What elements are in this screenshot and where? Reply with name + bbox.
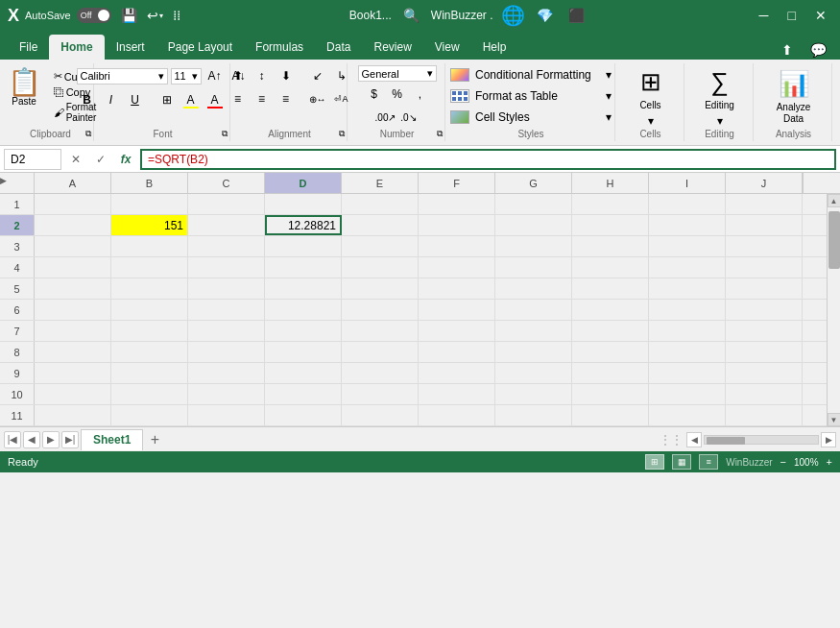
corner-cell[interactable]: ▶ [0, 173, 35, 193]
cell-h2[interactable] [572, 215, 649, 235]
cell-a2[interactable] [35, 215, 111, 235]
underline-button[interactable]: U [125, 89, 146, 110]
cell-f2[interactable] [419, 215, 495, 235]
cell-e11[interactable] [342, 405, 419, 425]
cell-e8[interactable] [342, 342, 419, 362]
col-header-c[interactable]: C [188, 173, 265, 193]
cell-d9[interactable] [265, 363, 342, 383]
cell-e9[interactable] [342, 363, 419, 383]
cell-g2[interactable] [495, 215, 572, 235]
tab-home[interactable]: Home [49, 35, 104, 60]
align-right-button[interactable]: ≡ [276, 88, 297, 109]
cell-i8[interactable] [649, 342, 726, 362]
cell-h7[interactable] [572, 321, 649, 341]
cell-j3[interactable] [726, 236, 803, 256]
align-left-button[interactable]: ≡ [228, 88, 249, 109]
cell-b5[interactable] [111, 278, 188, 299]
cell-f7[interactable] [419, 321, 495, 341]
col-header-g[interactable]: G [495, 173, 572, 193]
percent-button[interactable]: $ [364, 84, 385, 105]
cell-g3[interactable] [495, 236, 572, 256]
cell-i2[interactable] [649, 215, 726, 235]
insert-function-button[interactable]: fx [115, 149, 136, 170]
cell-i4[interactable] [649, 257, 726, 278]
font-expand-icon[interactable]: ⧉ [222, 129, 228, 139]
cell-a5[interactable] [35, 278, 111, 299]
cell-c8[interactable] [188, 342, 265, 362]
cell-i11[interactable] [649, 405, 726, 425]
sheet-nav-next[interactable]: ▶ [42, 431, 60, 448]
cell-b11[interactable] [111, 405, 188, 425]
cell-d2[interactable]: 12.28821 [265, 215, 342, 235]
cell-g6[interactable] [495, 300, 572, 320]
cell-f1[interactable] [419, 194, 495, 214]
row-num-10[interactable]: 10 [0, 384, 35, 404]
minimize-button[interactable]: ─ [754, 6, 775, 25]
cell-e7[interactable] [342, 321, 419, 341]
tab-formulas[interactable]: Formulas [244, 35, 315, 60]
cell-a1[interactable] [35, 194, 111, 214]
cell-h9[interactable] [572, 363, 649, 383]
cell-d5[interactable] [265, 278, 342, 299]
row-num-11[interactable]: 11 [0, 405, 35, 425]
fill-color-button[interactable]: A [180, 89, 202, 110]
cell-b4[interactable] [111, 257, 188, 278]
cell-f3[interactable] [419, 236, 495, 256]
cell-c7[interactable] [188, 321, 265, 341]
cell-c2[interactable] [188, 215, 265, 235]
row-num-2[interactable]: 2 [0, 215, 35, 235]
h-scroll-track[interactable] [704, 435, 819, 445]
normal-view-button[interactable]: ⊞ [645, 454, 664, 470]
cell-d3[interactable] [265, 236, 342, 256]
ribbon-collapse-button[interactable]: ▲ [834, 63, 840, 141]
tab-insert[interactable]: Insert [105, 35, 156, 60]
h-scroll-left[interactable]: ◀ [686, 432, 702, 447]
cell-g9[interactable] [495, 363, 572, 383]
h-scroll-thumb[interactable] [707, 437, 745, 445]
cell-e4[interactable] [342, 257, 419, 278]
cell-i6[interactable] [649, 300, 726, 320]
tab-view[interactable]: View [423, 35, 471, 60]
cell-f11[interactable] [419, 405, 495, 425]
alignment-expand-icon[interactable]: ⧉ [339, 129, 345, 139]
cell-a10[interactable] [35, 384, 111, 404]
row-num-5[interactable]: 5 [0, 278, 35, 299]
align-top-button[interactable]: ⬆ [228, 65, 249, 86]
cell-j2[interactable] [726, 215, 803, 235]
bold-button[interactable]: B [77, 89, 98, 110]
zoom-plus-button[interactable]: + [827, 456, 832, 468]
autosave-toggle[interactable]: Off [77, 8, 111, 23]
col-header-f[interactable]: F [419, 173, 495, 193]
row-num-9[interactable]: 9 [0, 363, 35, 383]
cell-c11[interactable] [188, 405, 265, 425]
cell-j8[interactable] [726, 342, 803, 362]
cell-c4[interactable] [188, 257, 265, 278]
cell-a7[interactable] [35, 321, 111, 341]
scroll-down-button[interactable]: ▼ [828, 413, 841, 426]
format-as-table-button[interactable]: Format as Table ▾ [444, 86, 617, 106]
cell-i3[interactable] [649, 236, 726, 256]
col-header-d[interactable]: D [265, 173, 342, 193]
add-sheet-button[interactable]: + [145, 430, 164, 449]
zoom-minus-button[interactable]: − [780, 456, 786, 468]
cell-j1[interactable] [726, 194, 803, 214]
cell-b3[interactable] [111, 236, 188, 256]
cell-d8[interactable] [265, 342, 342, 362]
cell-e10[interactable] [342, 384, 419, 404]
cell-g8[interactable] [495, 342, 572, 362]
cell-a8[interactable] [35, 342, 111, 362]
cell-j6[interactable] [726, 300, 803, 320]
cell-b8[interactable] [111, 342, 188, 362]
font-size-select[interactable]: 11 ▾ [171, 68, 202, 85]
cell-j5[interactable] [726, 278, 803, 299]
scroll-thumb-v[interactable] [828, 211, 840, 269]
cell-i1[interactable] [649, 194, 726, 214]
thousands-button[interactable]: , [410, 84, 431, 105]
scroll-up-button[interactable]: ▲ [828, 194, 841, 207]
sheet-nav-first[interactable]: |◀ [4, 431, 21, 448]
page-break-view-button[interactable]: ≡ [699, 454, 718, 470]
tab-file[interactable]: File [8, 35, 49, 60]
cell-d1[interactable] [265, 194, 342, 214]
cell-g1[interactable] [495, 194, 572, 214]
cell-h5[interactable] [572, 278, 649, 299]
